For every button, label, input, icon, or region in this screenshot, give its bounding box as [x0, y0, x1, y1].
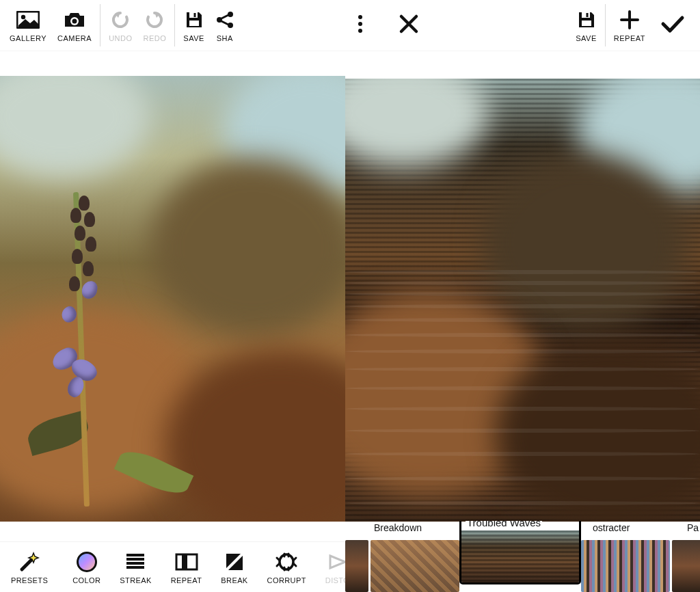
more-icon [358, 14, 363, 36]
repeat-button[interactable]: REPEAT [161, 542, 212, 592]
divider [174, 4, 175, 46]
svg-rect-19 [582, 21, 591, 26]
save-button-left[interactable]: SAVE [178, 0, 210, 51]
presets-label: PRESETS [11, 576, 48, 584]
undo-button[interactable]: UNDO [103, 0, 137, 51]
corrupt-label: CORRUPT [267, 576, 306, 584]
svg-point-13 [280, 554, 293, 569]
streak-button[interactable]: STREAK [110, 542, 161, 592]
camera-icon [63, 8, 86, 31]
redo-button[interactable]: REDO [138, 0, 172, 51]
preset-thumb-abstracter[interactable] [581, 540, 670, 592]
save-icon [576, 8, 597, 31]
magic-wand-icon [18, 550, 40, 574]
preset-label-troubled: Troubled Waves [466, 521, 542, 528]
camera-button[interactable]: CAMERA [52, 0, 97, 51]
gallery-button[interactable]: GALLERY [0, 0, 52, 51]
color-icon [77, 550, 97, 574]
preset-thumb-unknown[interactable] [345, 540, 368, 592]
gallery-icon [16, 8, 40, 31]
check-icon [660, 14, 685, 36]
repeat-label: REPEAT [171, 576, 202, 584]
undo-icon [110, 8, 131, 31]
preset-thumb-breakdown[interactable] [371, 540, 459, 592]
confirm-button[interactable] [651, 0, 700, 51]
disto-button[interactable]: DISTO [316, 542, 349, 592]
preset-label-par: Pa [687, 522, 699, 533]
repeat-icon [175, 550, 198, 574]
svg-point-3 [72, 19, 77, 24]
editor-left-pane: GALLERY CAMERA UNDO REDO SAVE [0, 0, 345, 592]
break-label: BREAK [221, 576, 247, 584]
save-label: SAVE [183, 34, 204, 42]
divider [100, 4, 100, 46]
streak-label: STREAK [120, 576, 151, 584]
svg-rect-18 [586, 13, 588, 17]
svg-rect-17 [582, 12, 590, 18]
preset-thumb-troubled-waves[interactable]: Troubled Waves [461, 521, 579, 582]
save-icon [184, 8, 204, 31]
streak-icon [125, 550, 146, 574]
color-label: COLOR [72, 576, 100, 584]
color-button[interactable]: COLOR [63, 542, 110, 592]
preset-label-breakdown: Breakdown [374, 522, 422, 533]
break-button[interactable]: BREAK [211, 542, 257, 592]
main-image-right[interactable] [345, 79, 700, 522]
close-icon [399, 14, 419, 37]
top-toolbar-left: GALLERY CAMERA UNDO REDO SAVE [0, 0, 345, 51]
close-button[interactable] [375, 0, 442, 51]
editor-right-pane: SAVE REPEAT Breakdown [345, 0, 700, 592]
gallery-label: GALLERY [10, 34, 46, 42]
plus-icon [619, 8, 640, 31]
svg-point-7 [228, 12, 233, 17]
presets-button[interactable]: PRESETS [0, 542, 57, 592]
svg-point-9 [228, 23, 233, 28]
svg-rect-4 [189, 12, 198, 18]
preset-thumb-par[interactable] [672, 540, 700, 592]
share-icon [215, 8, 234, 31]
svg-point-15 [358, 22, 362, 26]
repeat-label-right: REPEAT [614, 34, 645, 42]
share-label: SHA [217, 34, 233, 42]
bottom-toolbar-left: PRESETS COLOR STREAK REPEAT BREAK [0, 541, 345, 592]
svg-point-1 [21, 15, 25, 19]
svg-rect-11 [182, 554, 187, 569]
break-icon [224, 550, 245, 574]
camera-label: CAMERA [57, 34, 92, 42]
undo-label: UNDO [109, 34, 132, 42]
top-toolbar-right: SAVE REPEAT [345, 0, 700, 51]
svg-point-14 [358, 15, 362, 19]
divider [605, 4, 606, 46]
redo-icon [144, 8, 165, 31]
share-button[interactable]: SHA [210, 0, 234, 51]
preset-label-abstracter: ostracter [593, 522, 630, 533]
preset-effects-strip[interactable]: Breakdown ostracter Pa Troubled Waves [345, 521, 700, 592]
corrupt-icon [275, 550, 298, 574]
repeat-add-button[interactable]: REPEAT [608, 0, 651, 51]
redo-label: REDO [144, 34, 167, 42]
svg-rect-6 [189, 21, 199, 26]
svg-rect-5 [193, 13, 196, 17]
save-button-right[interactable]: SAVE [570, 0, 602, 51]
more-button[interactable] [345, 0, 375, 51]
svg-point-16 [358, 29, 362, 33]
main-image-left[interactable] [0, 76, 345, 522]
corrupt-button[interactable]: CORRUPT [258, 542, 316, 592]
save-label-right: SAVE [576, 34, 597, 42]
